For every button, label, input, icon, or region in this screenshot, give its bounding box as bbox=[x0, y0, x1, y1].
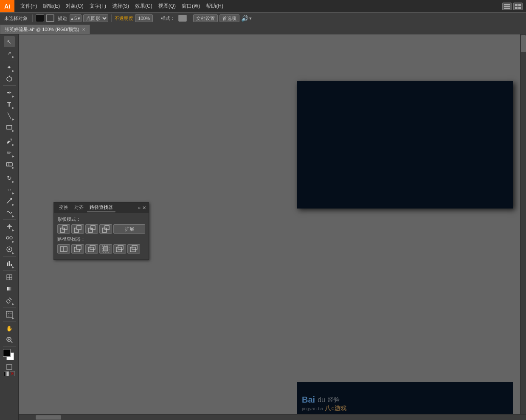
eyedropper-tool[interactable]: ▶ bbox=[4, 295, 15, 306]
mesh-icon bbox=[6, 274, 13, 281]
doc-settings-button[interactable]: 文档设置 bbox=[193, 14, 218, 22]
merge-button[interactable] bbox=[85, 244, 98, 254]
mirror-icon: ↔ bbox=[6, 186, 12, 193]
direct-selection-icon: ↗ bbox=[7, 51, 11, 56]
panel-close-icon[interactable]: ✕ bbox=[142, 205, 146, 211]
crop-button[interactable] bbox=[99, 244, 112, 254]
warp-arrow-icon: ▶ bbox=[12, 214, 14, 217]
main-layout: ↖ ↗ ▶ ✦ ▶ ✒ ▶ T ▶ ╲ ▶ ▶ bbox=[0, 34, 526, 420]
foreground-color-swatch[interactable] bbox=[3, 349, 11, 357]
menu-edit[interactable]: 编辑(E) bbox=[40, 2, 62, 11]
document-tab[interactable]: 张英婷流星.ai* @ 100% (RGB/预览) ✕ bbox=[0, 25, 90, 34]
scale-arrow-icon: ▶ bbox=[12, 203, 14, 206]
minus-front-button[interactable] bbox=[71, 224, 84, 234]
vertical-scrollbar[interactable] bbox=[520, 34, 526, 420]
symbol-tool[interactable]: ▶ bbox=[4, 244, 15, 255]
mesh-tool[interactable] bbox=[4, 272, 15, 283]
rotate-tool[interactable]: ↻ ▶ bbox=[4, 172, 15, 183]
pathfinder-tab[interactable]: 路径查找器 bbox=[87, 203, 115, 212]
svg-rect-28 bbox=[6, 299, 10, 304]
lasso-tool[interactable] bbox=[4, 73, 15, 84]
outline-button[interactable] bbox=[113, 244, 126, 254]
transform-tab[interactable]: 变换 bbox=[56, 203, 71, 212]
blend-tool[interactable]: ▶ bbox=[4, 232, 15, 243]
divide-button[interactable] bbox=[57, 244, 70, 254]
stroke-weight[interactable]: ▴ 5 ▾ bbox=[70, 14, 82, 22]
opacity-input[interactable]: 100% bbox=[135, 14, 153, 22]
jingyan-url: jingyan.ba bbox=[302, 406, 323, 411]
menu-text[interactable]: 文字(T) bbox=[87, 2, 109, 11]
left-toolbar: ↖ ↗ ▶ ✦ ▶ ✒ ▶ T ▶ ╲ ▶ ▶ bbox=[0, 34, 19, 420]
mirror-tool[interactable]: ↔ ▶ bbox=[4, 184, 15, 195]
column-graph-tool[interactable]: ▶ bbox=[4, 258, 15, 269]
rotate-icon: ↻ bbox=[7, 175, 12, 181]
paintbrush-icon: 🖌 bbox=[6, 138, 12, 144]
menu-select[interactable]: 选择(S) bbox=[110, 2, 132, 11]
intersect-button[interactable] bbox=[85, 224, 98, 234]
menu-object[interactable]: 对象(O) bbox=[63, 2, 86, 11]
magic-wand-tool[interactable]: ✦ ▶ bbox=[4, 62, 15, 73]
warp-tool[interactable]: ▶ bbox=[4, 207, 15, 218]
slice-arrow-icon: ▶ bbox=[12, 316, 14, 319]
chevron-down-icon[interactable]: ▾ bbox=[249, 16, 252, 21]
gradient-tool[interactable] bbox=[4, 283, 15, 294]
color-swatches[interactable] bbox=[3, 349, 16, 362]
sep1 bbox=[32, 14, 33, 22]
width-tool[interactable]: ▶ bbox=[4, 221, 15, 232]
unite-button[interactable] bbox=[57, 224, 70, 234]
menu-help[interactable]: 帮助(H) bbox=[203, 2, 226, 11]
none-swatch[interactable]: ✕ bbox=[10, 371, 15, 376]
hand-tool[interactable]: ✋ bbox=[4, 323, 15, 334]
panel-toggle-icon[interactable]: 🔊 bbox=[241, 15, 248, 22]
pencil-tool[interactable]: ✏ ▶ bbox=[4, 147, 15, 158]
line-tool[interactable]: ╲ ▶ bbox=[4, 110, 15, 121]
exclude-button[interactable] bbox=[99, 224, 112, 234]
pencil-icon: ✏ bbox=[7, 149, 11, 156]
svg-rect-20 bbox=[7, 262, 8, 266]
svg-rect-0 bbox=[504, 4, 510, 5]
pencil-arrow-icon: ▶ bbox=[12, 155, 14, 158]
column-graph-icon bbox=[6, 260, 13, 267]
direct-selection-tool[interactable]: ↗ ▶ bbox=[4, 48, 15, 59]
menu-view[interactable]: 视图(Q) bbox=[156, 2, 178, 11]
style-swatch[interactable] bbox=[178, 15, 187, 22]
canvas-area: 变换 对齐 路径查找器 « ✕ 形状模式： bbox=[19, 34, 526, 420]
eraser-icon bbox=[6, 161, 13, 167]
workspace-switcher[interactable] bbox=[502, 3, 512, 10]
stroke-color[interactable] bbox=[46, 14, 54, 22]
menu-effect[interactable]: 效果(C) bbox=[132, 2, 155, 11]
align-tab[interactable]: 对齐 bbox=[72, 203, 86, 212]
scale-tool[interactable]: ▶ bbox=[4, 195, 15, 206]
menu-file[interactable]: 文件(F) bbox=[18, 2, 39, 11]
svg-rect-52 bbox=[104, 247, 108, 251]
fill-color[interactable] bbox=[36, 14, 44, 22]
shape-modes-title: 形状模式： bbox=[57, 216, 145, 223]
gradient-icon bbox=[6, 285, 13, 292]
svg-rect-22 bbox=[11, 264, 12, 266]
symbol-icon bbox=[6, 246, 13, 253]
minus-back-button[interactable] bbox=[127, 244, 140, 254]
close-tab-icon[interactable]: ✕ bbox=[82, 27, 85, 32]
no-fill-swatch[interactable] bbox=[6, 364, 12, 370]
tool-separator-1 bbox=[3, 60, 16, 60]
gradient-swatch[interactable] bbox=[4, 371, 9, 376]
experience-text: 经验 bbox=[328, 396, 340, 404]
panel-collapse-icon[interactable]: « bbox=[138, 205, 141, 210]
pen-arrow-icon: ▶ bbox=[12, 95, 14, 98]
trim-button[interactable] bbox=[71, 244, 84, 254]
eraser-tool[interactable]: ▶ bbox=[4, 158, 15, 169]
line-arrow-icon: ▶ bbox=[12, 118, 14, 121]
zoom-tool[interactable] bbox=[4, 334, 15, 345]
rect-tool[interactable]: ▶ bbox=[4, 121, 15, 132]
arrange-windows[interactable] bbox=[513, 3, 523, 10]
slice-tool[interactable]: ▶ bbox=[4, 309, 15, 320]
paintbrush-tool[interactable]: 🖌 ▶ bbox=[4, 135, 15, 147]
pen-tool[interactable]: ✒ ▶ bbox=[4, 87, 15, 98]
expand-button[interactable]: 扩展 bbox=[113, 224, 145, 234]
brush-shape-select[interactable]: 点圆形 bbox=[83, 14, 108, 22]
selection-tool[interactable]: ↖ bbox=[4, 36, 15, 47]
menu-window[interactable]: 窗口(W) bbox=[179, 2, 203, 11]
horizontal-scrollbar[interactable] bbox=[19, 414, 526, 420]
type-tool[interactable]: T ▶ bbox=[4, 99, 15, 110]
preferences-button[interactable]: 首选项 bbox=[219, 14, 239, 22]
